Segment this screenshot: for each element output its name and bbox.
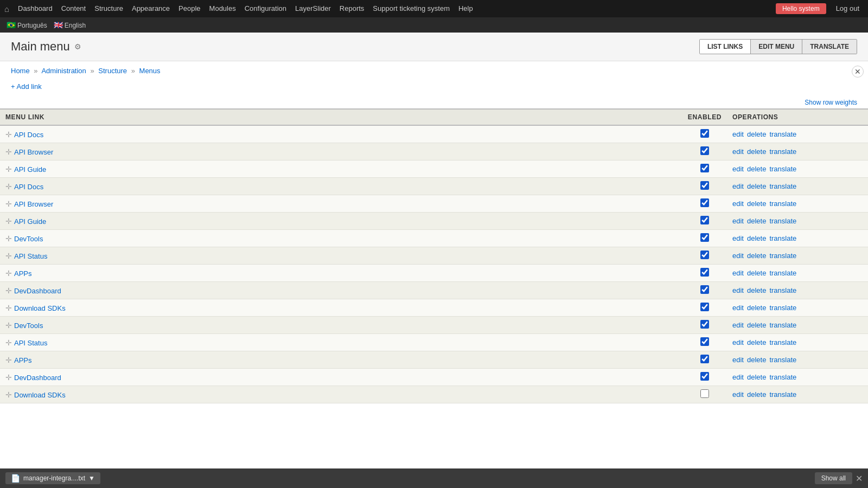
enabled-checkbox[interactable] <box>700 303 709 311</box>
op-edit-link[interactable]: edit <box>732 182 744 190</box>
menu-link-name[interactable]: Download SDKs <box>14 391 66 399</box>
nav-reports[interactable]: Reports <box>335 0 369 17</box>
enabled-checkbox[interactable] <box>700 233 709 242</box>
hello-button[interactable]: Hello system <box>776 3 826 14</box>
menu-link-name[interactable]: APPs <box>14 269 32 278</box>
nav-layerslider[interactable]: LayerSlider <box>291 0 335 17</box>
drag-handle[interactable]: ✛ <box>5 321 12 330</box>
op-edit-link[interactable]: edit <box>732 165 744 173</box>
op-delete-link[interactable]: delete <box>747 390 766 399</box>
enabled-checkbox[interactable] <box>700 198 709 207</box>
op-translate-link[interactable]: translate <box>769 356 796 364</box>
op-delete-link[interactable]: delete <box>747 269 766 277</box>
menu-link-name[interactable]: API Guide <box>14 165 46 174</box>
nav-content[interactable]: Content <box>57 0 91 17</box>
show-row-weights-link[interactable]: Show row weights <box>805 99 857 106</box>
drag-handle[interactable]: ✛ <box>5 200 12 208</box>
enabled-checkbox[interactable] <box>700 181 709 190</box>
breadcrumb-home[interactable]: Home <box>11 67 30 75</box>
drag-handle[interactable]: ✛ <box>5 217 12 226</box>
menu-link-name[interactable]: API Status <box>14 252 47 260</box>
nav-people[interactable]: People <box>174 0 205 17</box>
enabled-checkbox[interactable] <box>700 164 709 172</box>
menu-link-name[interactable]: DevDashboard <box>14 287 61 295</box>
menu-link-name[interactable]: Download SDKs <box>14 304 66 312</box>
op-translate-link[interactable]: translate <box>769 286 796 294</box>
op-edit-link[interactable]: edit <box>732 338 744 346</box>
op-edit-link[interactable]: edit <box>732 234 744 242</box>
op-delete-link[interactable]: delete <box>747 165 766 173</box>
op-edit-link[interactable]: edit <box>732 321 744 329</box>
drag-handle[interactable]: ✛ <box>5 286 12 295</box>
nav-appearance[interactable]: Appearance <box>127 0 174 17</box>
tab-edit-menu[interactable]: EDIT MENU <box>751 40 802 54</box>
op-delete-link[interactable]: delete <box>747 147 766 156</box>
drag-handle[interactable]: ✛ <box>5 338 12 347</box>
drag-handle[interactable]: ✛ <box>5 269 12 278</box>
drag-handle[interactable]: ✛ <box>5 356 12 364</box>
nav-modules[interactable]: Modules <box>205 0 240 17</box>
add-link-button[interactable]: + Add link <box>11 82 42 91</box>
op-delete-link[interactable]: delete <box>747 130 766 138</box>
op-edit-link[interactable]: edit <box>732 130 744 138</box>
lang-english[interactable]: 🇬🇧English <box>54 21 86 29</box>
op-delete-link[interactable]: delete <box>747 234 766 242</box>
op-delete-link[interactable]: delete <box>747 356 766 364</box>
tab-translate[interactable]: TRANSLATE <box>802 40 857 54</box>
menu-link-name[interactable]: API Docs <box>14 131 43 139</box>
op-edit-link[interactable]: edit <box>732 373 744 381</box>
lang-portuguese[interactable]: 🇧🇷Português <box>7 21 47 29</box>
op-delete-link[interactable]: delete <box>747 200 766 208</box>
drag-handle[interactable]: ✛ <box>5 252 12 260</box>
op-translate-link[interactable]: translate <box>769 147 796 156</box>
menu-link-name[interactable]: DevTools <box>14 322 43 330</box>
enabled-checkbox[interactable] <box>700 355 709 363</box>
op-delete-link[interactable]: delete <box>747 304 766 312</box>
op-translate-link[interactable]: translate <box>769 200 796 208</box>
op-delete-link[interactable]: delete <box>747 338 766 346</box>
op-edit-link[interactable]: edit <box>732 217 744 225</box>
show-all-button[interactable]: Show all <box>815 472 852 482</box>
close-bar-button[interactable]: ✕ <box>856 473 863 483</box>
nav-structure[interactable]: Structure <box>90 0 127 17</box>
op-translate-link[interactable]: translate <box>769 252 796 260</box>
tab-list-links[interactable]: LIST LINKS <box>700 40 751 54</box>
enabled-checkbox[interactable] <box>700 251 709 259</box>
drag-handle[interactable]: ✛ <box>5 304 12 312</box>
op-edit-link[interactable]: edit <box>732 269 744 277</box>
op-translate-link[interactable]: translate <box>769 269 796 277</box>
nav-dashboard[interactable]: Dashboard <box>14 0 57 17</box>
op-translate-link[interactable]: translate <box>769 373 796 381</box>
enabled-checkbox[interactable] <box>700 146 709 155</box>
op-edit-link[interactable]: edit <box>732 304 744 312</box>
op-translate-link[interactable]: translate <box>769 234 796 242</box>
op-delete-link[interactable]: delete <box>747 182 766 190</box>
menu-link-name[interactable]: API Browser <box>14 200 53 208</box>
breadcrumb-administration[interactable]: Administration <box>41 67 86 75</box>
drag-handle[interactable]: ✛ <box>5 182 12 191</box>
nav-configuration[interactable]: Configuration <box>240 0 291 17</box>
enabled-checkbox[interactable] <box>700 216 709 224</box>
op-delete-link[interactable]: delete <box>747 252 766 260</box>
menu-link-name[interactable]: DevDashboard <box>14 374 61 382</box>
op-edit-link[interactable]: edit <box>732 252 744 260</box>
menu-link-name[interactable]: API Docs <box>14 183 43 191</box>
nav-help[interactable]: Help <box>454 0 477 17</box>
drag-handle[interactable]: ✛ <box>5 165 12 174</box>
enabled-checkbox[interactable] <box>700 320 709 329</box>
op-translate-link[interactable]: translate <box>769 165 796 173</box>
op-translate-link[interactable]: translate <box>769 321 796 329</box>
enabled-checkbox[interactable] <box>700 389 709 398</box>
enabled-checkbox[interactable] <box>700 129 709 138</box>
op-edit-link[interactable]: edit <box>732 390 744 399</box>
drag-handle[interactable]: ✛ <box>5 234 12 243</box>
drag-handle[interactable]: ✛ <box>5 373 12 382</box>
menu-link-name[interactable]: API Guide <box>14 217 46 226</box>
enabled-checkbox[interactable] <box>700 285 709 294</box>
menu-link-name[interactable]: DevTools <box>14 235 43 243</box>
enabled-checkbox[interactable] <box>700 337 709 346</box>
op-edit-link[interactable]: edit <box>732 200 744 208</box>
op-translate-link[interactable]: translate <box>769 338 796 346</box>
op-translate-link[interactable]: translate <box>769 182 796 190</box>
settings-icon[interactable]: ⚙ <box>74 42 81 51</box>
